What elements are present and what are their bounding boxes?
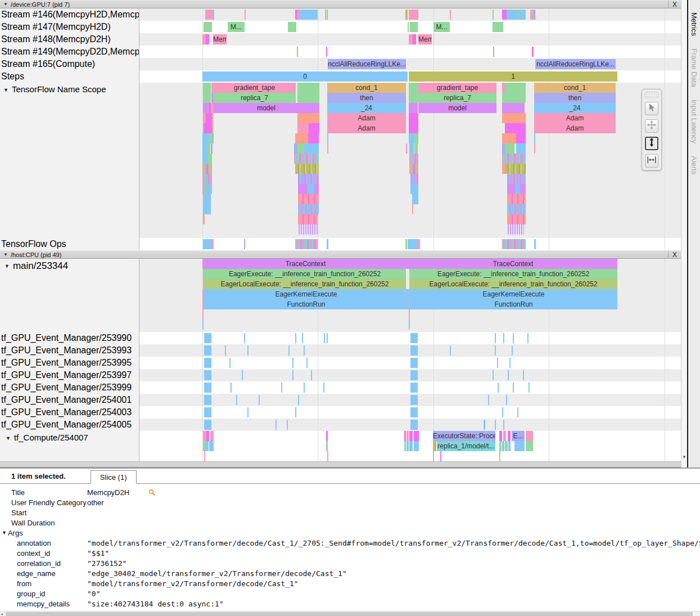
timeline-segment[interactable]	[414, 431, 419, 441]
timeline-segment[interactable]	[292, 358, 293, 368]
timeline-segment[interactable]	[505, 83, 526, 93]
timeline-segment[interactable]	[412, 204, 413, 214]
timeline-segment[interactable]	[209, 441, 214, 451]
timeline-segment[interactable]	[202, 143, 207, 154]
timeline-segment[interactable]	[298, 395, 299, 405]
timeline-segment[interactable]	[211, 143, 213, 154]
timeline-segment[interactable]: E...	[512, 431, 525, 441]
hscroll-thumb[interactable]	[6, 612, 693, 616]
timeline-segment[interactable]: 0	[202, 71, 408, 82]
timeline-segment[interactable]	[298, 194, 319, 204]
timeline-segment[interactable]	[204, 451, 205, 461]
timeline-segment[interactable]: then	[327, 93, 406, 103]
expand-arrow-icon[interactable]: ▼	[4, 263, 10, 269]
timeline-segment[interactable]	[413, 34, 416, 44]
timeline-segment[interactable]	[295, 164, 319, 174]
timeline-segment[interactable]	[204, 345, 211, 356]
timeline-segment[interactable]	[508, 431, 511, 441]
timeline-segment[interactable]	[493, 47, 494, 57]
timeline-segment[interactable]	[295, 407, 296, 417]
timeline-segment[interactable]: model	[213, 103, 319, 113]
close-button[interactable]: X	[668, 251, 681, 259]
timeline-segment[interactable]	[327, 239, 328, 249]
timeline-segment[interactable]	[440, 451, 441, 461]
timeline-segment[interactable]	[204, 370, 211, 380]
timeline-segment[interactable]	[508, 441, 511, 451]
timeline-segment[interactable]	[202, 174, 212, 184]
timeline-segment[interactable]	[409, 113, 418, 123]
timeline-segment[interactable]	[202, 320, 204, 330]
timeline-segment[interactable]	[410, 174, 418, 184]
timeline-segment[interactable]	[304, 383, 305, 393]
timeline-segment[interactable]	[513, 383, 514, 393]
timeline-segment[interactable]	[203, 194, 211, 204]
timeline-segment[interactable]	[495, 420, 496, 430]
timeline-segment[interactable]	[503, 431, 506, 441]
timeline-segment[interactable]	[204, 383, 211, 393]
timeline-segment[interactable]	[508, 224, 524, 235]
timeline-segment[interactable]	[516, 133, 526, 143]
timeline-segment[interactable]	[203, 204, 211, 214]
timeline-segment[interactable]	[512, 345, 513, 356]
timeline-segment[interactable]	[505, 164, 526, 174]
tab-input-latency[interactable]: Input Latency	[690, 100, 698, 143]
timeline-segment[interactable]	[506, 395, 507, 405]
pan-tool-button[interactable]	[645, 119, 658, 133]
track-label[interactable]: tf_Compute/254007	[14, 433, 88, 442]
timeline-segment[interactable]	[507, 184, 515, 194]
timeline-segment[interactable]	[517, 407, 518, 417]
timeline-segment[interactable]	[308, 133, 319, 143]
timeline-segment[interactable]	[309, 123, 319, 133]
timeline-segment[interactable]	[497, 358, 498, 368]
timeline-segment[interactable]	[498, 383, 499, 393]
timeline-segment[interactable]	[507, 10, 518, 20]
timeline-segment[interactable]	[409, 103, 418, 113]
timeline-segment[interactable]: Mem	[213, 34, 227, 44]
timeline-segment[interactable]	[247, 345, 249, 356]
timeline-segment[interactable]	[406, 143, 407, 154]
timeline-segment[interactable]	[534, 239, 536, 249]
timeline-segment[interactable]	[327, 10, 328, 20]
timeline-segment[interactable]: EagerLocalExecute: __inference_train_fun…	[409, 279, 617, 289]
timeline-segment[interactable]	[513, 333, 514, 343]
timeline-segment[interactable]	[297, 47, 298, 57]
timeline-segment[interactable]	[288, 345, 290, 356]
timeline-segment[interactable]	[484, 420, 485, 430]
timeline-segment[interactable]	[410, 383, 418, 393]
timeline-segment[interactable]	[308, 184, 314, 194]
timeline-segment[interactable]	[203, 93, 211, 103]
timeline-segment[interactable]	[276, 420, 277, 430]
timeline-segment[interactable]	[507, 204, 526, 214]
timeline-segment[interactable]	[507, 194, 526, 204]
timeline-segment[interactable]	[450, 345, 451, 356]
timeline-segment[interactable]: ncclAllReduceRingLLKe...	[535, 59, 616, 69]
timeline-segment[interactable]	[516, 143, 526, 154]
timeline-segment[interactable]	[499, 441, 502, 451]
timeline-segment[interactable]: Adam	[534, 113, 616, 123]
timeline-segment[interactable]: replica_1/model/t...	[437, 441, 495, 451]
timeline-segment[interactable]	[295, 133, 308, 143]
timeline-segment[interactable]: M...	[433, 22, 450, 32]
timeline-segment[interactable]	[295, 239, 318, 249]
timeline-segment[interactable]	[527, 333, 529, 343]
timeline-segment[interactable]	[297, 143, 304, 154]
timeline-segment[interactable]	[297, 123, 309, 133]
timeline-segment[interactable]: 1	[409, 71, 617, 82]
timeline-segment[interactable]	[508, 370, 509, 380]
timeline-segment[interactable]	[204, 22, 212, 32]
timeline-segment[interactable]: EagerKernelExecute	[410, 289, 617, 299]
timeline-segment[interactable]	[409, 83, 418, 93]
timeline-segment[interactable]	[298, 174, 319, 184]
timeline-segment[interactable]	[414, 441, 419, 451]
timeline-segment[interactable]	[202, 184, 208, 194]
timeline-segment[interactable]	[327, 143, 328, 154]
timeline-segment[interactable]	[410, 358, 418, 368]
timeline-segment[interactable]	[534, 10, 535, 20]
timeline-segment[interactable]	[208, 184, 212, 194]
timeline-segment[interactable]	[495, 333, 496, 343]
timeline-segment[interactable]	[409, 154, 418, 164]
timing-tool-button[interactable]	[645, 154, 658, 168]
timeline-segment[interactable]	[297, 93, 319, 103]
collapse-arrow-icon[interactable]: ▼	[3, 252, 8, 257]
timeline-segment[interactable]	[206, 441, 209, 451]
